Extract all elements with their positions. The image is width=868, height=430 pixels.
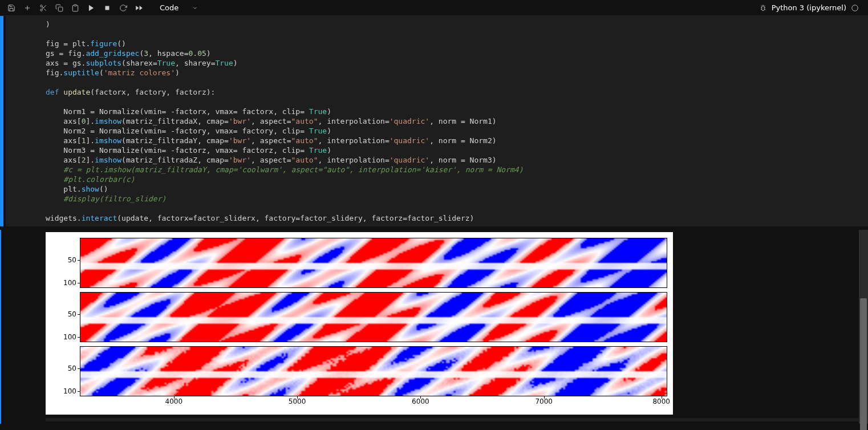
matplotlib-figure: 50 100 50 100: [46, 232, 673, 415]
output-scrollbar[interactable]: [859, 230, 868, 424]
notebook-body[interactable]: ) fig = plt.figure() gs = fig.add_gridsp…: [0, 16, 868, 430]
svg-marker-12: [136, 5, 139, 10]
copy-button[interactable]: [52, 1, 66, 15]
svg-marker-11: [140, 5, 143, 10]
svg-line-5: [44, 9, 46, 10]
subplot-2: 50 100: [51, 346, 667, 396]
svg-rect-7: [58, 7, 63, 11]
run-button[interactable]: [84, 1, 98, 15]
svg-rect-8: [74, 5, 77, 6]
heatmap-2: [80, 346, 667, 396]
svg-rect-13: [761, 6, 764, 10]
heatmap-1: [80, 292, 667, 342]
subplot-0: 50 100: [51, 238, 667, 288]
next-cell-peek: [46, 418, 868, 421]
x-axis: 4000 5000 6000 7000 8000: [80, 396, 667, 407]
restart-button[interactable]: [116, 1, 130, 15]
stop-button[interactable]: [100, 1, 114, 15]
svg-point-3: [40, 9, 43, 11]
kernel-indicator[interactable]: Python 3 (ipykernel): [759, 3, 863, 12]
bug-icon: [759, 4, 767, 12]
kernel-status-icon: [851, 4, 859, 12]
y-axis: 50 100: [51, 238, 80, 288]
cell-active-marker: [0, 16, 3, 226]
svg-line-6: [42, 6, 43, 7]
y-tick-label: 50: [68, 256, 76, 264]
notebook-toolbar: Code Python 3 (ipykernel): [0, 0, 868, 16]
svg-marker-9: [89, 5, 94, 11]
cell-type-select[interactable]: Code: [155, 2, 202, 13]
chevron-down-icon: [192, 5, 198, 11]
y-tick-label: 100: [63, 279, 76, 287]
x-tick-label: 4000: [165, 397, 183, 405]
save-button[interactable]: [5, 1, 18, 15]
kernel-name: Python 3 (ipykernel): [772, 3, 846, 12]
scrollbar-thumb[interactable]: [860, 298, 867, 430]
add-cell-button[interactable]: [21, 1, 34, 15]
code-cell[interactable]: ) fig = plt.figure() gs = fig.add_gridsp…: [0, 16, 868, 226]
svg-point-14: [852, 5, 858, 11]
heatmap-0: [80, 238, 667, 288]
svg-point-2: [40, 5, 43, 7]
cell-type-label: Code: [160, 3, 179, 12]
cut-button[interactable]: [36, 1, 50, 15]
output-cell: 50 100 50 100: [0, 230, 868, 424]
paste-button[interactable]: [68, 1, 82, 15]
restart-run-all-button[interactable]: [132, 1, 146, 15]
code-editor[interactable]: ) fig = plt.figure() gs = fig.add_gridsp…: [46, 19, 858, 223]
cell-marker: [0, 230, 3, 424]
svg-rect-10: [106, 6, 109, 10]
subplot-1: 50 100: [51, 292, 667, 342]
